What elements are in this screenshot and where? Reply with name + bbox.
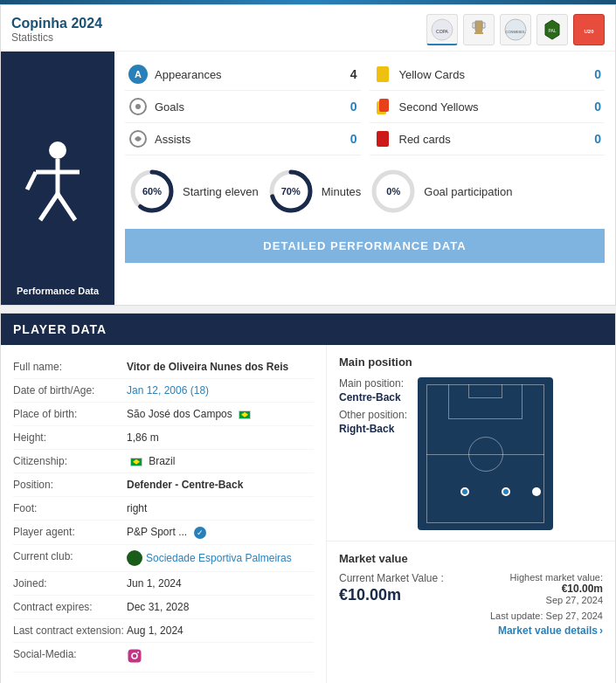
height-row: Height: 1,86 m: [13, 426, 314, 450]
main-position-value: Centre-Back: [339, 391, 407, 404]
red-cards-row: Red cards 0: [370, 123, 606, 155]
citizenship-flag: [130, 458, 142, 466]
full-name-row: Full name: Vitor de Oliveira Nunes dos R…: [13, 355, 314, 379]
appearances-label: Appearances: [155, 68, 340, 81]
highest-value-block: Highest market value: €10.00m Sep 27, 20…: [510, 572, 603, 605]
red-cards-label: Red cards: [399, 133, 585, 146]
player-silhouette: [23, 137, 93, 237]
red-cards-value: 0: [584, 132, 601, 146]
contract-row: Contract expires: Dec 31, 2028: [13, 596, 314, 619]
highest-value-label: Highest market value:: [510, 572, 603, 583]
club-logo: [127, 550, 142, 566]
svg-text:COPA: COPA: [436, 29, 448, 34]
stats-grid: A Appearances 4 Goals 0: [125, 59, 605, 155]
svg-text:PAL: PAL: [548, 28, 556, 33]
circular-stats: 60% Starting eleven 70% Minutes: [125, 155, 605, 224]
logo-competition2[interactable]: CONMEBOL: [500, 14, 531, 45]
statistics-section: Copinha 2024 Statistics COPA CONMEBOL PA…: [0, 4, 616, 306]
goal-participation-stat: 0% Goal participation: [370, 168, 512, 215]
citizenship-row: Citizenship: Brazil: [13, 450, 314, 473]
player-dot-cb-left: [460, 487, 469, 496]
svg-rect-24: [128, 649, 142, 662]
other-position-value: Right-Back: [339, 423, 407, 435]
citizenship-label: Citizenship:: [13, 455, 127, 467]
social-row: Social-Media:: [13, 643, 314, 673]
dob-row: Date of birth/Age: Jan 12, 2006 (18): [13, 379, 314, 403]
assists-icon: [128, 129, 148, 148]
market-details-link[interactable]: Market value details ›: [339, 624, 603, 637]
stats-body: Performance Data A Appearances 4: [1, 52, 615, 305]
logo-other[interactable]: U20: [573, 14, 605, 45]
goals-icon: [128, 97, 148, 116]
svg-text:U20: U20: [584, 29, 594, 34]
assists-row: Assists 0: [125, 123, 361, 155]
joined-label: Joined:: [13, 577, 127, 590]
second-yellow-icon: [373, 97, 392, 116]
contract-value: Dec 31, 2028: [127, 601, 189, 613]
height-value: 1,86 m: [127, 431, 159, 444]
social-value[interactable]: [127, 648, 142, 666]
last-extension-value: Aug 1, 2024: [127, 624, 183, 637]
player-data-body: Full name: Vitor de Oliveira Nunes dos R…: [1, 345, 615, 683]
stats-col-left: A Appearances 4 Goals 0: [125, 59, 361, 155]
svg-text:CONMEBOL: CONMEBOL: [506, 30, 527, 34]
logo-trophy[interactable]: [463, 14, 495, 45]
verified-icon: ✓: [194, 527, 206, 539]
player-dot-rb: [532, 487, 541, 496]
appearances-row: A Appearances 4: [125, 59, 361, 91]
agent-label: Player agent:: [13, 526, 127, 538]
club-label: Current club:: [13, 550, 127, 562]
detailed-performance-button[interactable]: DETAILED PERFORMANCE DATA: [125, 229, 605, 263]
club-row: Current club: Sociedade Esportiva Palmei…: [13, 545, 314, 572]
main-position-label: Main position:: [339, 377, 407, 390]
svg-point-17: [135, 104, 141, 109]
goal-participation-label: Goal participation: [424, 185, 512, 198]
dob-value: Jan 12, 2006 (18): [127, 384, 209, 397]
goals-value: 0: [340, 100, 357, 114]
second-yellows-row: Second Yellows 0: [370, 91, 606, 123]
last-update: Last update: Sep 27, 2024: [339, 611, 603, 621]
red-card-icon: [373, 129, 392, 148]
stats-col-right: Yellow Cards 0 Second Yellows 0: [370, 59, 606, 155]
yellow-cards-value: 0: [584, 67, 601, 81]
dob-label: Date of birth/Age:: [13, 384, 127, 397]
second-yellows-value: 0: [584, 100, 601, 114]
position-label: Position:: [13, 479, 127, 491]
pob-value: São José dos Campos: [127, 408, 251, 420]
performance-label: Performance Data: [17, 286, 99, 296]
tournament-logos: COPA CONMEBOL PAL U20: [426, 14, 605, 45]
starting-eleven-pct: 60%: [142, 186, 162, 197]
current-value-block: Current Market Value : €10.00m: [339, 572, 444, 604]
starting-eleven-stat: 60% Starting eleven: [128, 168, 259, 215]
svg-line-13: [40, 194, 58, 220]
svg-point-26: [137, 652, 139, 653]
contract-label: Contract expires:: [13, 601, 127, 613]
agent-value: P&P Sport ... ✓: [127, 526, 206, 539]
logo-club[interactable]: PAL: [536, 14, 568, 45]
foot-row: Foot: right: [13, 497, 314, 521]
minutes-label: Minutes: [322, 185, 362, 198]
agent-row: Player agent: P&P Sport ... ✓: [13, 521, 314, 545]
svg-point-10: [49, 141, 66, 159]
social-label: Social-Media:: [13, 648, 127, 660]
svg-rect-3: [474, 32, 483, 34]
chevron-right-icon: ›: [599, 624, 603, 637]
assists-label: Assists: [155, 133, 340, 146]
player-info-table: Full name: Vitor de Oliveira Nunes dos R…: [1, 345, 327, 683]
appearances-value: 4: [340, 67, 357, 81]
stats-content: A Appearances 4 Goals 0: [114, 52, 615, 305]
player-data-header: PLAYER DATA: [1, 314, 615, 345]
logo-copinha[interactable]: COPA: [426, 14, 458, 45]
highest-value-amount: €10.00m: [510, 583, 603, 595]
minutes-stat: 70% Minutes: [267, 168, 362, 215]
club-value[interactable]: Sociedade Esportiva Palmeiras: [127, 550, 292, 566]
height-label: Height:: [13, 431, 127, 444]
yellow-cards-row: Yellow Cards 0: [370, 59, 606, 91]
minutes-circle: 70%: [267, 168, 315, 215]
yellow-card-icon: [373, 65, 392, 84]
position-info: Main position: Centre-Back Other positio…: [339, 377, 407, 435]
goals-label: Goals: [155, 100, 340, 114]
tournament-header: Copinha 2024 Statistics COPA CONMEBOL PA…: [1, 5, 615, 52]
market-section: Market value Current Market Value : €10.…: [327, 542, 615, 647]
player-dot-cb-right: [502, 487, 510, 496]
